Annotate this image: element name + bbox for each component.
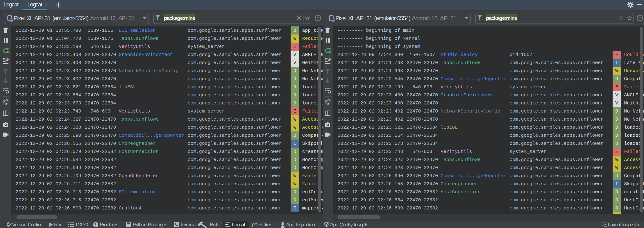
svg-text:?: ? [639,16,641,20]
svg-text:?: ? [317,16,319,20]
